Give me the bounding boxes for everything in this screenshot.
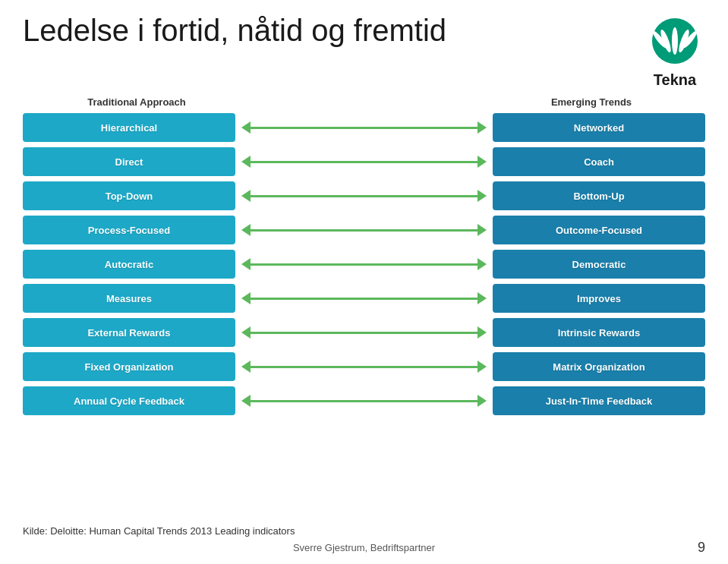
left-label-8: Annual Cycle Feedback — [74, 395, 184, 407]
arrow-right-icon-4 — [477, 258, 487, 270]
left-box-1: Direct — [23, 147, 235, 176]
source-text: Kilde: Deloitte: Human Capital Trends 20… — [23, 525, 295, 537]
arrow-right-icon-8 — [477, 395, 487, 407]
diagram-row: Measures Improves — [23, 283, 705, 314]
diagram-area: Traditional Approach Emerging Trends Hie… — [23, 96, 705, 518]
arrow-left-icon-0 — [241, 121, 251, 134]
arrow-right-icon-1 — [477, 156, 487, 168]
double-arrow-3 — [241, 224, 487, 236]
arrow-line-2 — [251, 195, 477, 197]
arrow-area-1 — [235, 156, 493, 168]
diagram-row: Hierarchical Networked — [23, 112, 705, 143]
left-box-8: Annual Cycle Feedback — [23, 386, 235, 415]
right-box-7: Matrix Organization — [493, 352, 705, 381]
page-bottom: Sverre Gjestrum, Bedriftspartner 9 — [23, 537, 705, 556]
arrow-line-3 — [251, 229, 477, 232]
arrow-area-0 — [235, 121, 493, 134]
arrow-area-3 — [235, 224, 493, 236]
right-box-6: Intrinsic Rewards — [493, 318, 705, 347]
arrow-right-icon-0 — [477, 121, 487, 134]
logo-text: Tekna — [654, 71, 696, 89]
arrow-area-6 — [235, 326, 493, 339]
arrow-right-icon-2 — [477, 190, 487, 202]
arrow-line-0 — [251, 127, 477, 129]
double-arrow-8 — [241, 395, 487, 407]
arrow-right-icon-5 — [477, 292, 487, 304]
right-label-0: Networked — [574, 122, 624, 134]
right-label-4: Democratic — [572, 259, 626, 270]
diagram-header-emerging: Emerging Trends — [485, 96, 698, 108]
footer-source: Kilde: Deloitte: Human Capital Trends 20… — [23, 524, 705, 537]
right-label-5: Improves — [577, 293, 621, 304]
right-box-4: Democratic — [493, 250, 705, 279]
diagram-row: Direct Coach — [23, 147, 705, 177]
left-label-7: Fixed Organization — [84, 361, 173, 373]
left-box-2: Top-Down — [23, 181, 235, 210]
left-label-3: Process-Focused — [88, 225, 170, 236]
arrow-right-icon-6 — [477, 326, 487, 339]
page-number: 9 — [698, 540, 705, 556]
left-label-2: Top-Down — [106, 191, 153, 202]
header: Ledelse i fortid, nåtid og fremtid — [23, 14, 705, 89]
arrow-line-5 — [251, 298, 477, 300]
arrow-area-8 — [235, 395, 493, 407]
double-arrow-4 — [241, 258, 487, 270]
right-label-3: Outcome-Focused — [556, 225, 642, 236]
right-box-0: Networked — [493, 113, 705, 142]
arrow-line-7 — [251, 366, 477, 368]
double-arrow-0 — [241, 121, 487, 134]
tekna-logo-icon — [644, 17, 705, 70]
diagram-row: Fixed Organization Matrix Organization — [23, 351, 705, 382]
left-label-0: Hierarchical — [101, 122, 157, 134]
right-label-8: Just-In-Time Feedback — [546, 395, 653, 407]
double-arrow-2 — [241, 190, 487, 202]
left-box-5: Measures — [23, 284, 235, 313]
left-label-5: Measures — [106, 293, 152, 304]
arrow-line-4 — [251, 263, 477, 266]
presenter-name: Sverre Gjestrum, Bedriftspartner — [293, 542, 435, 553]
page-title: Ledelse i fortid, nåtid og fremtid — [23, 14, 446, 47]
rows-container: Hierarchical Networked Direct — [23, 112, 705, 518]
arrow-left-icon-2 — [241, 190, 251, 202]
arrow-right-icon-7 — [477, 361, 487, 373]
right-box-3: Outcome-Focused — [493, 216, 705, 244]
arrow-line-6 — [251, 332, 477, 334]
left-label-6: External Rewards — [87, 327, 170, 339]
diagram-header-traditional: Traditional Approach — [30, 96, 243, 108]
diagram-row: External Rewards Intrinsic Rewards — [23, 317, 705, 348]
right-box-2: Bottom-Up — [493, 181, 705, 210]
left-label-4: Autocratic — [105, 259, 153, 270]
double-arrow-6 — [241, 326, 487, 339]
right-label-2: Bottom-Up — [573, 191, 624, 202]
right-label-1: Coach — [584, 156, 614, 168]
left-label-1: Direct — [115, 156, 143, 168]
logo-container: Tekna — [644, 17, 705, 89]
arrow-left-icon-3 — [241, 224, 251, 236]
arrow-area-5 — [235, 292, 493, 304]
arrow-left-icon-6 — [241, 326, 251, 339]
arrow-area-2 — [235, 190, 493, 202]
double-arrow-5 — [241, 292, 487, 304]
left-box-4: Autocratic — [23, 250, 235, 279]
left-box-6: External Rewards — [23, 318, 235, 347]
svg-point-1 — [672, 27, 678, 55]
arrow-left-icon-1 — [241, 156, 251, 168]
double-arrow-1 — [241, 156, 487, 168]
left-box-0: Hierarchical — [23, 113, 235, 142]
arrow-left-icon-4 — [241, 258, 251, 270]
arrow-area-7 — [235, 361, 493, 373]
diagram-headers: Traditional Approach Emerging Trends — [23, 96, 705, 108]
arrow-line-1 — [251, 161, 477, 163]
arrow-right-icon-3 — [477, 224, 487, 236]
right-box-8: Just-In-Time Feedback — [493, 386, 705, 415]
diagram-row: Annual Cycle Feedback Just-In-Time Feedb… — [23, 386, 705, 416]
right-box-1: Coach — [493, 147, 705, 176]
double-arrow-7 — [241, 361, 487, 373]
arrow-left-icon-7 — [241, 361, 251, 373]
right-box-5: Improves — [493, 284, 705, 313]
diagram-row: Process-Focused Outcome-Focused — [23, 215, 705, 245]
page-container: Ledelse i fortid, nåtid og fremtid — [0, 0, 728, 564]
diagram-row: Autocratic Democratic — [23, 249, 705, 279]
arrow-area-4 — [235, 258, 493, 270]
right-label-7: Matrix Organization — [553, 361, 644, 373]
